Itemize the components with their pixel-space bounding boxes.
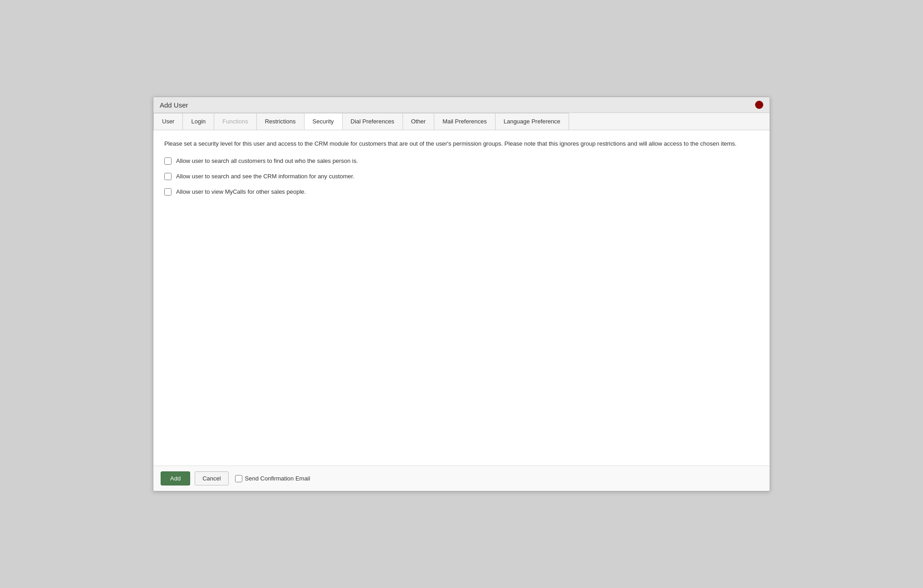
search-crm-label: Allow user to search and see the CRM inf… bbox=[176, 173, 354, 180]
description-text: Please set a security level for this use… bbox=[164, 139, 759, 148]
search-customers-checkbox[interactable] bbox=[164, 157, 172, 165]
send-confirmation-wrapper: Send Confirmation Email bbox=[235, 475, 310, 482]
content-area: Please set a security level for this use… bbox=[153, 130, 770, 466]
view-mycalls-label: Allow user to view MyCalls for other sal… bbox=[176, 188, 306, 195]
tab-other[interactable]: Other bbox=[403, 113, 435, 130]
checkbox-item-view-mycalls: Allow user to view MyCalls for other sal… bbox=[164, 188, 759, 196]
search-crm-checkbox[interactable] bbox=[164, 173, 172, 180]
checkbox-item-search-crm: Allow user to search and see the CRM inf… bbox=[164, 173, 759, 180]
tab-language-preference[interactable]: Language Preference bbox=[495, 113, 569, 130]
dialog-header: Add User bbox=[153, 97, 770, 113]
add-user-dialog: Add User User Login Functions Restrictio… bbox=[153, 97, 770, 491]
tab-security[interactable]: Security bbox=[304, 113, 343, 130]
tab-bar: User Login Functions Restrictions Securi… bbox=[153, 113, 770, 130]
tab-login[interactable]: Login bbox=[182, 113, 214, 130]
send-confirmation-checkbox[interactable] bbox=[235, 475, 242, 482]
close-icon[interactable] bbox=[755, 101, 763, 109]
tab-functions: Functions bbox=[214, 113, 256, 130]
tab-mail-preferences[interactable]: Mail Preferences bbox=[434, 113, 496, 130]
cancel-button[interactable]: Cancel bbox=[195, 471, 228, 485]
footer: Add Cancel Send Confirmation Email bbox=[153, 466, 770, 491]
checkbox-item-search-customers: Allow user to search all customers to fi… bbox=[164, 157, 759, 165]
tab-user[interactable]: User bbox=[153, 113, 183, 130]
view-mycalls-checkbox[interactable] bbox=[164, 188, 172, 196]
add-button[interactable]: Add bbox=[161, 471, 190, 485]
dialog-title: Add User bbox=[160, 101, 188, 109]
tab-dial-preferences[interactable]: Dial Preferences bbox=[342, 113, 403, 130]
search-customers-label: Allow user to search all customers to fi… bbox=[176, 157, 358, 164]
send-confirmation-label: Send Confirmation Email bbox=[245, 475, 310, 482]
tab-restrictions[interactable]: Restrictions bbox=[256, 113, 304, 130]
